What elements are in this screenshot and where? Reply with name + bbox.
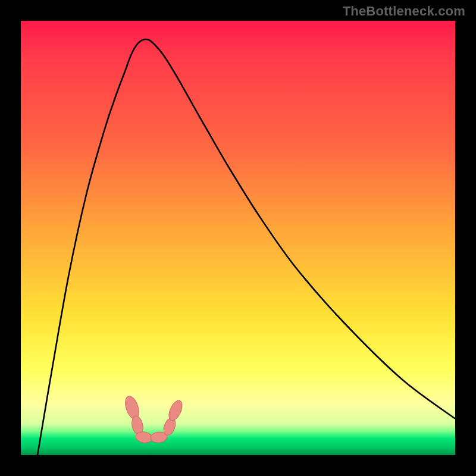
watermark-text: TheBottleneck.com <box>343 4 465 19</box>
plot-area <box>21 21 455 455</box>
bottleneck-curve <box>37 39 455 455</box>
marker-layer <box>123 394 184 444</box>
chart-frame: TheBottleneck.com <box>0 0 476 476</box>
curve-layer <box>21 21 455 455</box>
